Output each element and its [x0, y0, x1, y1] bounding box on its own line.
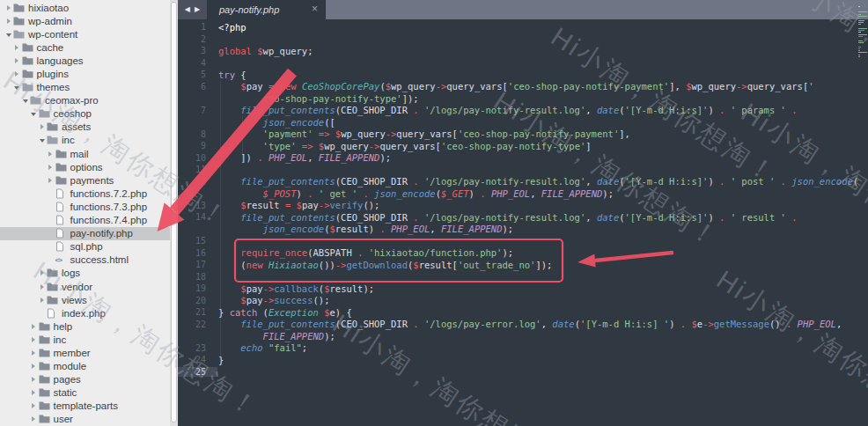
tree-item-options[interactable]: options — [0, 160, 170, 173]
disclosure-expanded-icon[interactable] — [20, 98, 30, 103]
tree-item-inc[interactable]: inc — [0, 333, 170, 346]
folder-icon — [39, 335, 52, 344]
tree-item-functions.7.3.php[interactable]: functions.7.3.php — [0, 200, 170, 213]
line-number: 16 — [178, 248, 213, 258]
disclosure-expanded-icon[interactable] — [37, 137, 47, 143]
folder-icon — [22, 70, 35, 78]
tree-item-payments[interactable]: payments — [0, 173, 170, 187]
folder-icon — [39, 349, 52, 357]
code-text: require_once(ABSPATH . 'hixiaotao/functi… — [213, 247, 513, 258]
disclosure-expanded-icon[interactable] — [12, 84, 22, 90]
tree-item-label: module — [54, 361, 87, 371]
code-line: 3global $wp_query; — [178, 45, 868, 57]
disclosure-collapsed-icon[interactable] — [37, 124, 47, 129]
code-text: json_encode($result) . PHP_EOL, FILE_APP… — [213, 224, 513, 234]
tree-item-languages[interactable]: languages — [0, 54, 170, 67]
disclosure-collapsed-icon[interactable] — [46, 178, 55, 183]
nav-forward-icon[interactable]: ▶ — [195, 6, 200, 13]
tree-item-user[interactable]: user — [0, 413, 170, 426]
line-number: 12 — [178, 177, 213, 187]
tree-item-label: hixiaotao — [28, 3, 69, 13]
tree-item-static[interactable]: static — [0, 386, 170, 400]
tree-item-functions.7.4.php[interactable]: functions.7.4.php — [0, 214, 170, 227]
disclosure-expanded-icon[interactable] — [4, 32, 13, 37]
minimap-line — [858, 40, 863, 41]
disclosure-collapsed-icon[interactable] — [46, 165, 55, 170]
folder-icon — [13, 30, 26, 39]
disclosure-collapsed-icon[interactable] — [29, 337, 39, 342]
tree-item-views[interactable]: views — [0, 293, 170, 306]
code-line: 21} catch (Exception $e) { — [178, 306, 868, 319]
code-text: $_POST) . ' get ' . json_encode($_GET) .… — [213, 188, 614, 199]
tree-item-mail[interactable]: mail — [0, 147, 170, 160]
code-text: file_put_contents(CEO_SHOP_DIR . '/logs/… — [213, 212, 798, 223]
tree-item-assets[interactable]: assets — [0, 121, 170, 134]
tree-item-vendor[interactable]: vendor — [0, 280, 170, 293]
tree-item-themes[interactable]: themes — [0, 81, 170, 94]
folder-icon — [39, 109, 52, 118]
tree-item-plugins[interactable]: plugins — [0, 67, 170, 80]
code-line: 17 (new Hixiaotao())->getDownload($resul… — [178, 259, 868, 271]
disclosure-collapsed-icon[interactable] — [4, 18, 13, 24]
disclosure-collapsed-icon[interactable] — [4, 5, 13, 11]
tree-item-logs[interactable]: logs — [0, 267, 170, 280]
editor-pane: ◀ ▶ pay-notify.php × 1<?php23global $wp_… — [178, 0, 868, 426]
tree-item-ceomax-pro[interactable]: ceomax-pro — [0, 94, 170, 107]
code-text: global $wp_query; — [213, 46, 313, 56]
tree-item-wp-content[interactable]: wp-content — [0, 27, 170, 40]
disclosure-collapsed-icon[interactable] — [29, 324, 39, 329]
disclosure-collapsed-icon[interactable] — [12, 71, 22, 77]
disclosure-collapsed-icon[interactable] — [29, 403, 39, 408]
tree-item-module[interactable]: module — [0, 360, 170, 373]
disclosure-expanded-icon[interactable] — [29, 111, 39, 116]
disclosure-collapsed-icon[interactable] — [29, 364, 39, 369]
tree-item-functions.7.2.php[interactable]: functions.7.2.php — [0, 187, 170, 200]
tree-item-label: help — [54, 321, 73, 332]
disclosure-collapsed-icon[interactable] — [29, 377, 39, 382]
line-number: 25 — [178, 367, 213, 377]
disclosure-collapsed-icon[interactable] — [29, 390, 39, 395]
code-text: file_put_contents(CEO_SHOP_DIR . '/logs/… — [213, 105, 798, 115]
minimap-line — [858, 16, 867, 17]
minimap-line — [858, 30, 864, 31]
tree-item-help[interactable]: help — [0, 320, 170, 333]
sidebar-scrollbar[interactable] — [170, 0, 178, 426]
minimap[interactable] — [858, 2, 867, 62]
tree-item-cache[interactable]: cache — [0, 40, 170, 54]
minimap-line — [858, 50, 860, 51]
tree-item-sql.php[interactable]: sql.php — [0, 240, 170, 253]
minimap-line — [858, 20, 864, 21]
tree-item-ceoshop[interactable]: ceoshop — [0, 107, 170, 121]
tree-item-template-parts[interactable]: template-parts — [0, 400, 170, 413]
minimap-line — [858, 18, 860, 18]
tree-item-member[interactable]: member — [0, 346, 170, 359]
tree-item-label: plugins — [37, 69, 69, 79]
folder-icon — [39, 388, 52, 397]
code-text: $result = $pay->verify(); — [213, 200, 379, 210]
disclosure-collapsed-icon[interactable] — [37, 284, 47, 290]
disclosure-collapsed-icon[interactable] — [12, 45, 22, 50]
disclosure-collapsed-icon[interactable] — [29, 416, 39, 422]
folder-icon — [30, 96, 43, 105]
tree-item-success.html[interactable]: <>success.html — [0, 253, 170, 267]
tree-item-index.php[interactable]: index.php — [0, 306, 170, 320]
code-line: 15 — [178, 235, 868, 247]
line-number: 7 — [178, 106, 213, 115]
disclosure-collapsed-icon[interactable] — [46, 151, 55, 157]
tree-item-inc[interactable]: inc — [0, 134, 170, 147]
tree-item-wp-admin[interactable]: wp-admin — [0, 14, 170, 27]
tree-item-hixiaotao[interactable]: hixiaotao — [0, 1, 170, 14]
disclosure-collapsed-icon[interactable] — [29, 350, 39, 356]
nav-back-icon[interactable]: ◀ — [185, 6, 190, 13]
indent-guide — [220, 81, 221, 366]
disclosure-collapsed-icon[interactable] — [37, 297, 47, 303]
tree-item-pages[interactable]: pages — [0, 373, 170, 386]
disclosure-collapsed-icon[interactable] — [37, 270, 47, 275]
disclosure-collapsed-icon[interactable] — [12, 58, 22, 63]
code-editor[interactable]: 1<?php23global $wp_query;45try {6 $pay =… — [178, 19, 868, 426]
sidebar-scrollbar-thumb[interactable] — [171, 2, 177, 422]
tab-pay-notify[interactable]: pay-notify.php — [207, 0, 326, 19]
line-number: 13 — [178, 201, 213, 210]
tab-close-icon[interactable]: × — [312, 4, 318, 14]
tree-item-pay-notify.php[interactable]: pay-notify.php — [0, 227, 170, 240]
